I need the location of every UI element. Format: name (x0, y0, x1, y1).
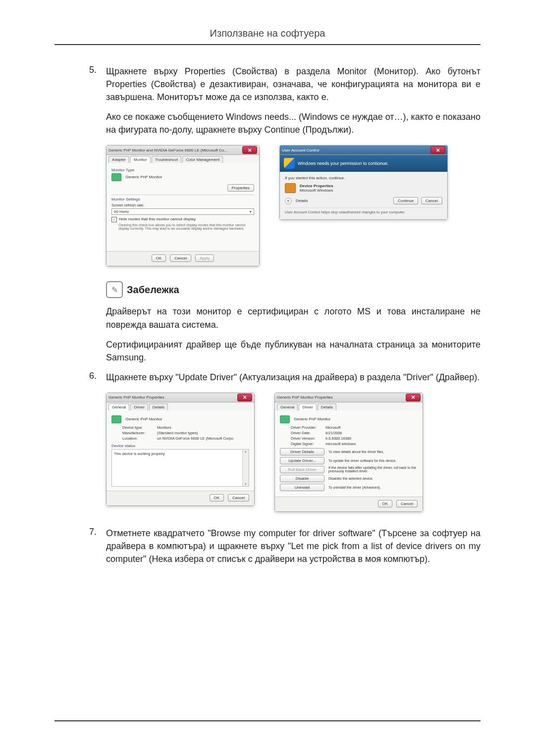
disable-button[interactable]: Disable (280, 475, 324, 482)
monitor-settings-label: Monitor Settings (111, 197, 254, 202)
monitor-properties-dialog: Generic PnP Monitor and NVIDIA GeForce 6… (106, 145, 260, 266)
step-6: 6. Щракнете върху "Update Driver" (Актуа… (89, 371, 481, 384)
tab-general[interactable]: General (108, 403, 129, 410)
note-block: ✎ Забележка Драйверът на този монитор е … (106, 281, 481, 363)
monitor-type-label: Monitor Type (111, 168, 254, 172)
close-icon[interactable]: ✕ (242, 146, 257, 154)
step-5-paragraph-2: Ако се покаже съобщението Windows needs.… (106, 110, 481, 136)
note-paragraph-2: Сертифицираният драйвер ще бъде публикув… (106, 338, 481, 364)
uac-footer-text: User Account Control helps stop unauthor… (285, 207, 442, 214)
device-status-box: This device is working properly. ▴▾ (111, 449, 249, 487)
refresh-rate-label: Screen refresh rate: (111, 203, 254, 207)
cancel-button[interactable]: Cancel (396, 500, 418, 507)
dialog-title: Generic PnP Monitor Properties (108, 395, 237, 400)
header-divider (54, 44, 481, 45)
note-icon: ✎ (106, 281, 123, 298)
digital-signer-label: Digital Signer: (291, 442, 325, 446)
uninstall-desc: To uninstall the driver (Advanced). (328, 486, 418, 489)
disable-desc: Disables the selected device. (328, 477, 418, 480)
close-icon[interactable]: ✕ (237, 394, 252, 402)
note-paragraph-1: Драйверът на този монитор е сертифициран… (106, 305, 481, 331)
ok-button[interactable]: OK (152, 254, 166, 262)
tab-details[interactable]: Details (318, 403, 336, 410)
cancel-button[interactable]: Cancel (421, 197, 442, 204)
refresh-rate-select[interactable]: 60 Hertz ▾ (111, 208, 254, 215)
tab-general[interactable]: General (277, 403, 298, 410)
step-7-paragraph-1: Отметнете квадратчето "Browse my compute… (106, 527, 481, 565)
tab-details[interactable]: Details (149, 403, 168, 410)
roll-back-driver-button[interactable]: Roll Back Driver (280, 466, 324, 473)
update-driver-desc: To update the driver software for this d… (328, 459, 418, 462)
step-7: 7. Отметнете квадратчето "Browse my comp… (89, 527, 481, 565)
chevron-down-icon[interactable]: ▾ (285, 198, 292, 204)
monitor-icon (111, 415, 121, 423)
cancel-button[interactable]: Cancel (228, 494, 249, 502)
tab-driver[interactable]: Driver (299, 403, 316, 410)
tab-driver[interactable]: Driver (130, 403, 148, 410)
device-properties-general-dialog: Generic PnP Monitor Properties ✕ General… (106, 393, 255, 506)
device-properties-driver-dialog: Generic PnP Monitor Properties ✕ General… (274, 393, 423, 512)
monitor-type-value: Generic PnP Monitor (125, 175, 162, 180)
program-icon (285, 183, 296, 193)
device-status-text: This device is working properly. (114, 452, 165, 456)
step-number: 6. (89, 371, 106, 381)
location-value: on NVIDIA GeForce 6600 LE (Microsoft Cor… (157, 436, 249, 441)
close-icon[interactable]: ✕ (406, 394, 421, 402)
step-number: 5. (89, 65, 106, 75)
uninstall-button[interactable]: Uninstall (280, 484, 324, 491)
location-label: Location: (122, 436, 157, 441)
driver-details-desc: To view details about the driver files. (328, 450, 418, 454)
uac-subtext: If you started this action, continue. (285, 176, 442, 180)
driver-date-label: Driver Date: (291, 431, 325, 435)
properties-button[interactable]: Properties (227, 184, 254, 192)
driver-details-button[interactable]: Driver Details (280, 448, 324, 455)
update-driver-button[interactable]: Update Driver... (280, 457, 324, 464)
footer-divider (54, 720, 481, 721)
uac-headline: Windows needs your permission to contion… (298, 161, 389, 166)
device-name: Generic PnP Monitor (294, 417, 330, 421)
digital-signer-value: microsoft windows (325, 442, 418, 446)
manufacturer-value: (Standard monitor types) (157, 431, 249, 435)
monitor-icon (280, 415, 290, 423)
dialog-title: User Account Control (282, 148, 430, 152)
hide-modes-label: Hide modes that this monitor cannot disp… (119, 217, 196, 221)
close-icon[interactable]: ✕ (430, 146, 445, 154)
cancel-button[interactable]: Cancel (170, 254, 191, 262)
manufacturer-label: Manufacturer: (122, 431, 157, 435)
uac-program-name: Device Properties (300, 184, 333, 188)
roll-back-driver-desc: If the device fails after updating the d… (328, 466, 418, 473)
tab-troubleshoot[interactable]: Troubleshoot (152, 156, 181, 163)
ok-button[interactable]: OK (210, 494, 224, 502)
driver-version-label: Driver Version: (291, 436, 325, 441)
uac-dialog: User Account Control ✕ Windows needs you… (279, 145, 448, 220)
step-6-paragraph-1: Щракнете върху "Update Driver" (Актуализ… (106, 371, 481, 384)
driver-provider-label: Driver Provider: (291, 425, 325, 430)
device-status-label: Device status (111, 444, 249, 448)
ok-button[interactable]: OK (378, 500, 393, 507)
step-5-paragraph-1: Щракнете върху Properties (Свойства) в р… (106, 65, 481, 103)
continue-button[interactable]: Continue (393, 197, 418, 204)
uac-publisher: Microsoft Windows (300, 188, 333, 193)
device-name: Generic PnP Monitor (125, 417, 162, 421)
tab-monitor[interactable]: Monitor (130, 156, 151, 163)
driver-version-value: 6.0.6000.16386 (325, 436, 418, 441)
tab-color-management[interactable]: Color Management (182, 156, 223, 163)
note-title: Забележка (127, 284, 179, 296)
tab-adapter[interactable]: Adapter (108, 156, 129, 163)
device-type-value: Monitors (157, 425, 249, 430)
step-number: 7. (89, 527, 106, 537)
scrollbar[interactable]: ▴▾ (242, 450, 249, 486)
refresh-rate-value: 60 Hertz (114, 209, 129, 214)
shield-icon (284, 158, 295, 169)
figure-row-2: Generic PnP Monitor Properties ✕ General… (106, 393, 481, 512)
dialog-title: Generic PnP Monitor and NVIDIA GeForce 6… (108, 148, 242, 152)
apply-button[interactable]: Apply (195, 254, 214, 262)
details-toggle[interactable]: Details (296, 199, 308, 203)
monitor-icon (111, 173, 121, 181)
chevron-down-icon: ▾ (250, 210, 252, 214)
dialog-title: Generic PnP Monitor Properties (277, 395, 406, 400)
driver-date-value: 6/21/2006 (325, 431, 418, 435)
hide-modes-checkbox[interactable]: ✓ (111, 217, 117, 222)
driver-provider-value: Microsoft (325, 425, 418, 430)
page-title: Използване на софтуера (54, 28, 481, 44)
